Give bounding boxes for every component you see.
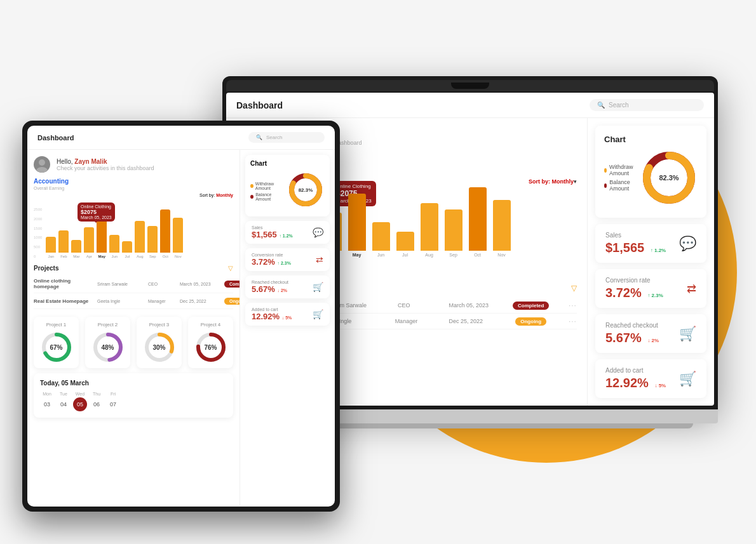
tablet-chart-area: Online Clothing $2075 March 05, 2023 250… <box>34 208 233 258</box>
tablet-dashboard: Dashboard 🔍 Search <box>27 126 335 507</box>
tablet-main: Hello, Zayn Malik Check your activities … <box>27 150 240 505</box>
laptop-top-bar <box>226 80 714 91</box>
laptop-sort-value[interactable]: Monthly <box>552 178 574 185</box>
tablet-body: Hello, Zayn Malik Check your activities … <box>27 150 335 505</box>
bar-may: May <box>348 194 366 257</box>
tablet-badge-ongoing: Ongoing <box>224 298 240 305</box>
tablet-donut-container: 82.3% <box>287 171 325 211</box>
laptop-donut-area: Withdraw Amount Balance Amount <box>604 149 698 209</box>
search-icon: 🔍 <box>597 102 605 109</box>
tablet-donut-legend: Withdraw Amount Balance Amount <box>250 182 283 201</box>
tablet-projects-header: Projects ▽ <box>34 265 233 272</box>
laptop-checkout-icon: 🛒 <box>679 326 696 342</box>
tablet-calendar-days: Mon 03 Tue 04 Wed 05 <box>40 392 227 411</box>
dots-menu-1[interactable]: ··· <box>569 301 577 310</box>
laptop-filter-icon[interactable]: ▽ <box>571 284 577 293</box>
tablet-proj-circle-2: Project 2 48% <box>85 317 130 368</box>
laptop-dashboard-title: Dashboard <box>236 100 283 110</box>
tablet-projects: Projects ▽ Online clothing homepage Srir… <box>34 265 233 309</box>
tablet-calendar: Today, 05 March Mon 03 Tue 04 <box>34 373 233 418</box>
tablet-proj-circle-4: Project 4 76% <box>188 317 233 368</box>
tablet-stat-sales: Sales $1,565 ↑ 1.2% 💬 <box>245 221 330 244</box>
svg-point-6 <box>39 159 45 166</box>
tablet-greeting: Hello, Zayn Malik Check your activities … <box>57 158 154 171</box>
tablet-header: Dashboard 🔍 Search <box>27 126 335 150</box>
laptop-search-bar[interactable]: 🔍 Search <box>590 99 704 111</box>
tablet-stat-cart: Added to cart 12.92% ↓ 5% 🛒 <box>245 303 330 326</box>
tablet-project-circles: Project 1 67% <box>34 317 233 368</box>
svg-point-7 <box>36 167 48 173</box>
badge-ongoing-1: Ongoing <box>515 317 546 326</box>
laptop-conversion-icon: ⇄ <box>687 282 696 296</box>
laptop-dashboard-header: Dashboard 🔍 Search <box>226 93 714 118</box>
tablet-chart-widget: Chart Withdraw Amount Balance <box>245 155 330 216</box>
tablet-project-row-2: Real Estate Homepage Geeta Ingle Manager… <box>34 293 233 309</box>
tablet-bar-chart: 25002000150010005000 Jan Feb Mar Apr May… <box>34 208 233 258</box>
tablet-badge-completed: Completed <box>224 281 240 288</box>
laptop-chart-title: Chart <box>604 135 698 144</box>
cal-day-fri: Fri 07 <box>106 392 120 411</box>
tablet-frame: Dashboard 🔍 Search <box>22 121 340 512</box>
svg-text:82.3%: 82.3% <box>299 187 313 193</box>
tablet-accounting-label: Accounting <box>34 178 233 185</box>
laptop-sales-icon: 💬 <box>679 236 696 252</box>
tablet-search-bar[interactable]: 🔍 Search <box>248 132 325 143</box>
tablet-dashboard-title: Dashboard <box>37 134 74 142</box>
tablet-tooltip: Online Clothing $2075 March 05, 2023 <box>78 202 115 222</box>
tablet-stat-checkout: Reached checkout 5.67% ↓ 2% 🛒 <box>245 275 330 298</box>
tablet-donut-svg: 82.3% <box>287 171 325 209</box>
tablet-right-panel: Chart Withdraw Amount Balance <box>240 150 335 505</box>
dots-menu-2[interactable]: ··· <box>569 317 577 326</box>
tablet-y-axis: 25002000150010005000 <box>34 208 42 258</box>
tablet-screen: Dashboard 🔍 Search <box>27 126 335 507</box>
badge-completed-1: Completed <box>513 302 549 310</box>
tablet-chart-title: Chart <box>250 160 325 167</box>
cal-day-wed[interactable]: Wed 05 <box>73 392 87 411</box>
cal-day-tue: Tue 04 <box>57 392 71 411</box>
bar-aug: Aug <box>421 203 438 257</box>
laptop-stat-checkout: Reached checkout 5.67% ↓ 2% 🛒 <box>595 314 706 353</box>
tablet-accounting-sub: Overall Earning <box>34 186 233 190</box>
tablet-avatar <box>34 156 50 173</box>
tablet-project-row-1: Online clothing homepage Sriram Sarwale … <box>34 275 233 293</box>
bar-nov: Nov <box>493 200 511 257</box>
tablet-sort: Sort by: Monthly <box>34 193 233 197</box>
laptop-stat-sales: Sales $1,565 ↑ 1.2% 💬 <box>595 224 706 263</box>
bar-jul: Jul <box>396 232 414 257</box>
search-placeholder: Search <box>609 102 629 109</box>
cal-day-thu: Thu 06 <box>90 392 104 411</box>
cal-day-mon: Mon 03 <box>40 392 54 411</box>
tablet-device: Dashboard 🔍 Search <box>22 121 340 512</box>
bar-jun: Jun <box>372 222 390 257</box>
tablet-filter-icon[interactable]: ▽ <box>228 265 233 272</box>
laptop-donut-container: 82.3% <box>640 149 698 209</box>
tablet-sales-icon: 💬 <box>313 227 323 237</box>
laptop-right-panel: Chart Withdraw Amount Balance Amount <box>587 118 714 406</box>
laptop-stat-conversion: Conversion rate 3.72% ↑ 2.3% ⇄ <box>595 269 706 308</box>
tablet-user-greeting: Hello, Zayn Malik Check your activities … <box>34 156 233 173</box>
bar-sep: Sep <box>445 209 462 257</box>
tablet-proj-circle-1: Project 1 67% <box>34 317 79 368</box>
tablet-donut-area: Withdraw Amount Balance Amount <box>250 171 325 211</box>
laptop-stat-cart: Added to cart 12.92% ↓ 5% 🛒 <box>595 359 706 398</box>
tablet-checkout-icon: 🛒 <box>313 282 323 292</box>
tablet-proj-circle-3: Project 3 30% <box>137 317 182 368</box>
tablet-cart-icon: 🛒 <box>313 309 323 319</box>
tablet-stat-conversion: Conversion rate 3.72% ↑ 2.3% ⇄ <box>245 248 330 271</box>
laptop-cart-icon: 🛒 <box>679 371 696 387</box>
laptop-donut-svg: 82.3% <box>640 149 698 206</box>
bar-oct: Oct <box>469 187 487 257</box>
laptop-notch <box>451 83 489 89</box>
svg-text:82.3%: 82.3% <box>659 174 678 182</box>
laptop-donut-legend: Withdraw Amount Balance Amount <box>604 164 635 194</box>
laptop-chart-widget: Chart Withdraw Amount Balance Amount <box>595 126 706 218</box>
legend-dot-balance <box>604 183 607 188</box>
legend-dot-withdraw <box>604 168 607 173</box>
tablet-conversion-icon: ⇄ <box>316 255 323 265</box>
tablet-calendar-header: Today, 05 March <box>40 380 227 387</box>
tablet-legend-withdraw <box>250 184 253 188</box>
tablet-legend-balance <box>250 195 253 199</box>
tablet-search-icon: 🔍 <box>256 135 262 140</box>
